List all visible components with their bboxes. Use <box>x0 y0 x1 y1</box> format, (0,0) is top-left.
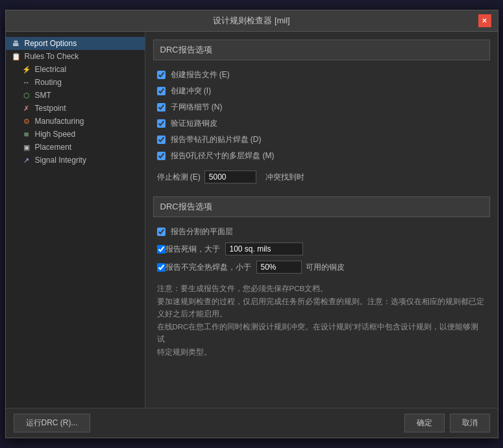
checkbox-split-plane[interactable] <box>157 228 166 236</box>
stop-label: 停止检测 (E) <box>157 172 201 183</box>
dialog-title: 设计规则检查器 [mil] <box>25 15 478 27</box>
checkbox-create-report-label: 创建报告文件 (E) <box>171 69 230 80</box>
smt-icon: ⬡ <box>21 91 32 100</box>
placement-icon: ▣ <box>21 143 32 152</box>
checkbox-thermal-pad-label: 报告不完全热焊盘，小于 <box>166 262 251 273</box>
checkbox-row-8: 报告死铜，大于 <box>153 240 490 258</box>
report-options-icon: 🖶 <box>11 40 21 47</box>
sidebar-item-signal-integrity[interactable]: ↗ Signal Integrity <box>6 154 145 167</box>
sidebar-item-report-options[interactable]: 🖶 Report Options <box>6 37 145 50</box>
section1-header: DRC报告选项 <box>153 40 490 60</box>
checkbox-verify-copper[interactable] <box>157 119 166 128</box>
checkbox-dead-copper[interactable] <box>157 245 166 253</box>
checkbox-subnet-detail[interactable] <box>157 103 166 112</box>
section2: DRC报告选项 报告分割的平面层 报告死铜，大于 报告不完全热焊盘，小于 可用的… <box>153 196 490 276</box>
checkbox-subnet-detail-label: 子网络细节 (N) <box>171 102 223 113</box>
checkbox-smd-pad-label: 报告带钻孔的贴片焊盘 (D) <box>171 134 262 145</box>
electrical-icon: ⚡ <box>21 65 32 74</box>
checkbox-dead-copper-label: 报告死铜，大于 <box>166 244 220 255</box>
checkbox-row-3: 子网络细节 (N) <box>153 99 490 115</box>
main-dialog: 设计规则检查器 [mil] × 🖶 Report Options 📋 Rules… <box>5 10 498 438</box>
stop-row: 停止检测 (E) 冲突找到时 <box>153 167 490 187</box>
run-drc-button[interactable]: 运行DRC (R)... <box>14 414 90 432</box>
checkbox-create-conflict[interactable] <box>157 87 166 95</box>
left-panel: 🖶 Report Options 📋 Rules To Check ⚡ Elec… <box>6 32 145 408</box>
rules-icon: 📋 <box>11 53 21 61</box>
info-text: 注意：要生成报告文件，您必须先保存PCB文档。 要加速规则检查的过程，仅启用完成… <box>153 276 490 365</box>
checkbox-smd-pad[interactable] <box>157 136 166 144</box>
sidebar-item-placement[interactable]: ▣ Placement <box>6 141 145 154</box>
signal-integrity-icon: ↗ <box>21 156 32 165</box>
checkbox-row-4: 验证短路铜皮 <box>153 115 490 132</box>
checkbox-zero-drill[interactable] <box>157 152 166 160</box>
checkbox-row-1: 创建报告文件 (E) <box>153 67 490 83</box>
routing-icon: ↔ <box>21 78 32 86</box>
sidebar-item-manufacturing[interactable]: ⚙ Manufacturing <box>6 115 145 128</box>
checkbox-row-5: 报告带钻孔的贴片焊盘 (D) <box>153 132 490 148</box>
high-speed-icon: ≋ <box>21 130 32 139</box>
thermal-pad-suffix: 可用的铜皮 <box>306 262 345 273</box>
dead-copper-input[interactable] <box>225 242 303 255</box>
right-panel: DRC报告选项 创建报告文件 (E) 创建冲突 (I) 子网络细节 (N) 验证… <box>145 32 498 408</box>
close-button[interactable]: × <box>478 14 491 27</box>
section2-header: DRC报告选项 <box>153 196 490 217</box>
sidebar-item-testpoint[interactable]: ✗ Testpoint <box>6 102 145 115</box>
thermal-pad-input[interactable] <box>256 261 302 274</box>
testpoint-icon: ✗ <box>21 104 32 113</box>
sidebar-item-electrical[interactable]: ⚡ Electrical <box>6 63 145 76</box>
cancel-button[interactable]: 取消 <box>450 414 490 432</box>
checkbox-row-7: 报告分割的平面层 <box>153 224 490 240</box>
stop-value-input[interactable] <box>204 171 256 183</box>
manufacturing-icon: ⚙ <box>21 117 32 126</box>
sidebar-item-rules-to-check[interactable]: 📋 Rules To Check <box>6 50 145 63</box>
checkbox-create-conflict-label: 创建冲突 (I) <box>171 86 212 97</box>
sidebar-item-routing[interactable]: ↔ Routing <box>6 76 145 89</box>
footer-right-buttons: 确定 取消 <box>404 414 490 432</box>
title-bar: 设计规则检查器 [mil] × <box>6 10 498 32</box>
checkbox-create-report[interactable] <box>157 71 166 79</box>
dialog-footer: 运行DRC (R)... 确定 取消 <box>6 408 498 438</box>
checkbox-verify-copper-label: 验证短路铜皮 <box>171 118 217 129</box>
dialog-body: 🖶 Report Options 📋 Rules To Check ⚡ Elec… <box>6 32 498 408</box>
conflict-label: 冲突找到时 <box>265 172 304 183</box>
checkbox-zero-drill-label: 报告0孔径尺寸的多层焊盘 (M) <box>171 150 275 161</box>
ok-button[interactable]: 确定 <box>404 414 445 432</box>
checkbox-split-plane-label: 报告分割的平面层 <box>171 226 233 237</box>
sidebar-item-smt[interactable]: ⬡ SMT <box>6 89 145 102</box>
sidebar-item-high-speed[interactable]: ≋ High Speed <box>6 128 145 141</box>
checkbox-row-2: 创建冲突 (I) <box>153 83 490 99</box>
checkbox-thermal-pad[interactable] <box>157 263 166 272</box>
checkbox-row-6: 报告0孔径尺寸的多层焊盘 (M) <box>153 148 490 164</box>
checkbox-row-9: 报告不完全热焊盘，小于 可用的铜皮 <box>153 258 490 276</box>
